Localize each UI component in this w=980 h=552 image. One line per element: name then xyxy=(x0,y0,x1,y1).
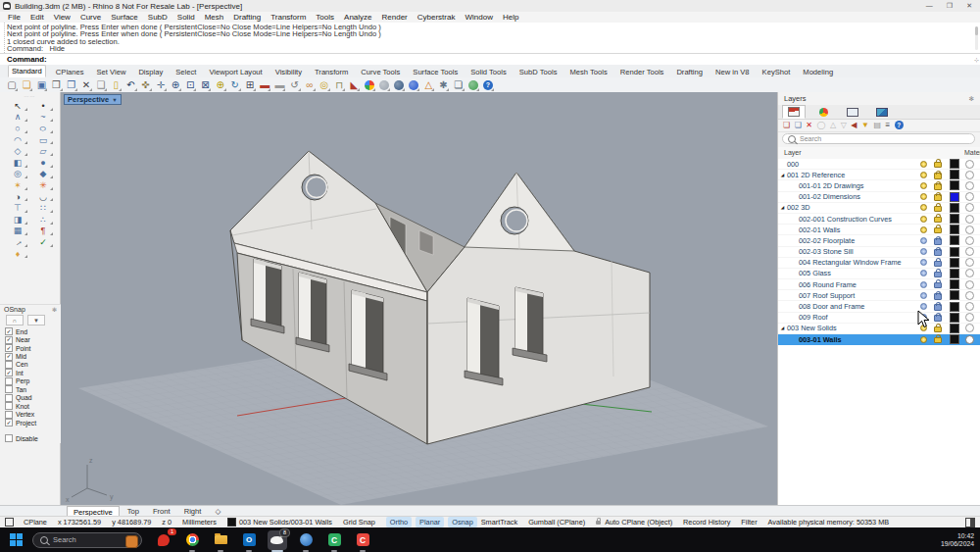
layer-material-icon[interactable] xyxy=(965,324,974,332)
layer-visibility-icon[interactable] xyxy=(920,182,927,189)
layer-visibility-icon[interactable] xyxy=(920,216,927,223)
rotate-view-icon[interactable]: ↻ xyxy=(229,79,241,91)
undo-view-icon[interactable]: ↺ xyxy=(289,79,301,91)
solid-icon[interactable]: ◆ xyxy=(30,169,56,180)
layer-row[interactable]: 005 Glass xyxy=(778,269,980,279)
zoom-extents-icon[interactable]: ⊠ xyxy=(199,79,211,91)
layer-color-swatch[interactable] xyxy=(950,214,959,224)
toolbar-tab-select[interactable]: Select xyxy=(172,67,199,77)
earth-icon[interactable] xyxy=(467,79,479,91)
toolbar-tab-visibility[interactable]: Visibility xyxy=(272,67,305,77)
taskbar-app-blue[interactable] xyxy=(296,530,316,550)
layer-expander-icon[interactable]: ◢ xyxy=(778,173,787,177)
grid-snap-toggle[interactable]: Grid Snap xyxy=(343,518,375,527)
tab-rendering[interactable] xyxy=(870,105,894,119)
memory-readout[interactable]: Available physical memory: 50353 MB xyxy=(768,518,890,527)
paste-icon[interactable]: ❑ xyxy=(95,79,107,91)
mesh-sphere-icon[interactable]: ◑ xyxy=(5,191,30,203)
render-dark-icon[interactable] xyxy=(393,79,405,91)
annotate-icon[interactable]: ¶ xyxy=(30,226,56,237)
layer-visibility-icon[interactable] xyxy=(920,248,927,255)
menu-tools[interactable]: Tools xyxy=(316,13,334,22)
tab-display[interactable] xyxy=(811,105,835,119)
checkbox-mid[interactable]: ✓ xyxy=(5,353,13,361)
menu-drafting[interactable]: Drafting xyxy=(233,13,261,22)
tab-viewport-props[interactable] xyxy=(841,105,864,119)
osnap-track-button[interactable]: ∩ xyxy=(6,315,24,326)
layer-color-swatch[interactable] xyxy=(950,258,959,268)
layer-visibility-icon[interactable] xyxy=(920,193,927,200)
viewport-title[interactable]: Perspective▼ xyxy=(64,94,122,105)
layer-row[interactable]: 003-01 Walls xyxy=(778,334,980,345)
delete-layer-icon[interactable]: ✕ xyxy=(806,122,812,129)
checkbox-near[interactable]: ✓ xyxy=(5,336,13,344)
toolbar-tab-cplanes[interactable]: CPlanes xyxy=(53,67,87,77)
link-icon[interactable]: ∞ xyxy=(304,79,316,91)
layer-material-icon[interactable] xyxy=(965,269,974,277)
layer-lock-icon[interactable] xyxy=(934,249,942,256)
announce-icon[interactable]: ◀ xyxy=(851,122,857,129)
checkbox-tan[interactable] xyxy=(5,385,13,393)
checkbox-disable[interactable] xyxy=(5,434,13,442)
layer-visibility-icon[interactable] xyxy=(920,292,927,299)
layer-lock-icon[interactable] xyxy=(934,206,942,213)
layer-row[interactable]: 002-02 Floorplate xyxy=(778,235,980,246)
menu-subd[interactable]: SubD xyxy=(148,13,168,22)
layers-gear-icon[interactable]: ✻ xyxy=(969,95,974,103)
layer-row[interactable]: 002-01 Walls xyxy=(778,225,980,235)
points-grid-icon[interactable]: ∴ xyxy=(30,214,56,226)
box-icon[interactable]: ◧ xyxy=(5,157,30,169)
layer-color-swatch[interactable] xyxy=(950,269,959,278)
curve-icon[interactable]: ~ xyxy=(30,112,56,124)
toolbar-tab-standard[interactable]: Standard xyxy=(8,65,46,77)
layer-material-icon[interactable] xyxy=(965,192,974,201)
command-scrollbar[interactable] xyxy=(975,26,978,50)
layer-visibility-icon[interactable] xyxy=(920,161,927,168)
layer-material-icon[interactable] xyxy=(965,160,974,169)
layer-material-icon[interactable] xyxy=(965,226,974,234)
viewport-layout-icon[interactable]: ⊞ xyxy=(244,79,256,91)
taskbar-app-pin[interactable]: 1 xyxy=(154,530,173,550)
panel-menu-icon[interactable]: ≡ xyxy=(885,122,890,129)
perspective-viewport[interactable]: z x y Perspective▼ xyxy=(61,92,777,505)
point-icon[interactable]: • xyxy=(30,100,56,112)
layer-material-icon[interactable] xyxy=(965,181,974,190)
checkbox-project[interactable]: ✓ xyxy=(5,419,13,427)
menu-edit[interactable]: Edit xyxy=(30,13,44,22)
layer-lock-icon[interactable] xyxy=(934,227,942,234)
new-viewport-icon[interactable]: ◇ xyxy=(209,507,226,517)
osnap-item-end[interactable]: ✓End xyxy=(0,327,61,335)
copy-icon[interactable]: ❐ xyxy=(66,79,77,91)
gumball-toggle[interactable]: Gumball (CPlane) xyxy=(528,518,585,527)
palette-grip[interactable]: ⋯⋯ xyxy=(0,93,60,99)
layer-row[interactable]: 007 Roof Support xyxy=(778,290,980,301)
menu-help[interactable]: Help xyxy=(503,13,518,22)
toolbar-tab-render-tools[interactable]: Render Tools xyxy=(617,67,667,77)
layer-visibility-icon[interactable] xyxy=(920,270,927,276)
toolbar-tab-mesh-tools[interactable]: Mesh Tools xyxy=(566,67,610,77)
taskbar-app-outlook[interactable]: O xyxy=(239,530,259,550)
layer-color-swatch[interactable] xyxy=(950,313,959,323)
layer-visibility-icon[interactable] xyxy=(920,281,927,288)
menu-cyberstrak[interactable]: Cyberstrak xyxy=(417,13,456,22)
layer-row[interactable]: 009 Roof xyxy=(778,313,980,324)
osnap-item-perp[interactable]: Perp xyxy=(0,377,61,385)
toolbar-tab-surface-tools[interactable]: Surface Tools xyxy=(410,67,461,77)
cplane-button[interactable]: CPlane xyxy=(24,518,47,527)
arc-icon[interactable]: ◠ xyxy=(5,134,30,146)
menu-render[interactable]: Render xyxy=(382,13,408,22)
layer-material-icon[interactable] xyxy=(965,215,974,224)
start-button[interactable] xyxy=(10,533,24,547)
checkbox-point[interactable]: ✓ xyxy=(5,344,13,352)
osnap-item-knot[interactable]: Knot xyxy=(0,402,61,410)
menu-solid[interactable]: Solid xyxy=(177,13,195,22)
osnap-item-project[interactable]: ✓Project xyxy=(0,419,61,427)
osnap-item-disable[interactable]: Disable xyxy=(0,434,61,442)
layer-material-icon[interactable] xyxy=(965,335,974,344)
taskbar-app-rhino[interactable]: 8 xyxy=(268,530,287,550)
toolbar-tab-keyshot[interactable]: KeyShot xyxy=(760,67,794,77)
layer-color-swatch[interactable] xyxy=(950,192,959,202)
layer-lock-icon[interactable] xyxy=(934,261,942,268)
current-layer-button[interactable]: 003 New Solids/003-01 Walls xyxy=(227,518,332,527)
layer-color-swatch[interactable] xyxy=(950,324,959,333)
